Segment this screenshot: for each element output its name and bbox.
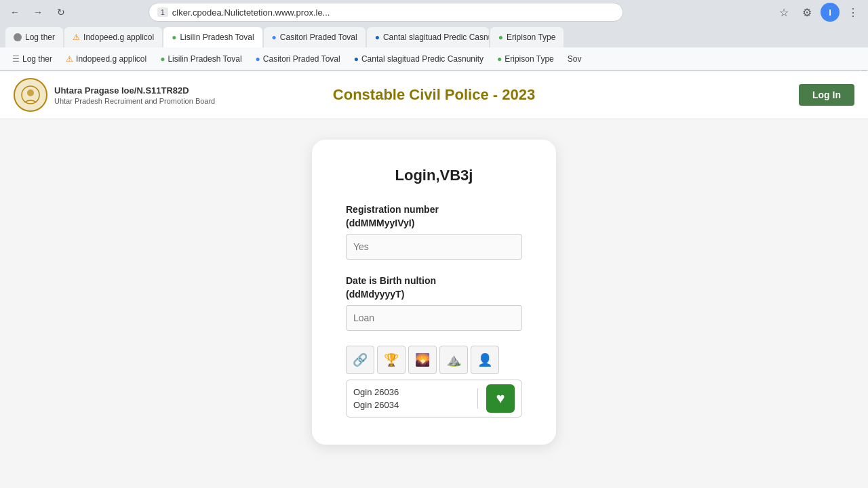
- address-bar[interactable]: 1 clker.cpodea.Nulictetetion.www.prox.le…: [149, 3, 623, 22]
- registration-number-group: Registration number (ddMMMyyIVyI): [346, 203, 522, 260]
- tab-favicon: ●: [375, 33, 380, 42]
- forward-button[interactable]: →: [28, 3, 47, 22]
- bookmarks-bar: ☰ Log ther ⚠ Indopeed.g applicol ● Lisil…: [0, 47, 868, 70]
- bookmark-indopeed[interactable]: ⚠ Indopeed.g applicol: [60, 52, 152, 66]
- captcha-images: 🔗 🏆 🌄 ⛰️ 👤: [346, 346, 522, 374]
- bookmark-lisilin[interactable]: ● Lisilin Pradesh Toval: [155, 52, 247, 66]
- org-name: Uhtara Pragase Ioe/N.S11TR82D: [54, 85, 215, 97]
- tab-cantal[interactable]: ● Cantal slagituad Predic Casnunity: [367, 27, 489, 47]
- tab-favicon: ●: [172, 33, 176, 42]
- reload-button[interactable]: ↻: [52, 3, 71, 22]
- logo-emblem: [20, 85, 41, 105]
- extensions-button[interactable]: ⚙: [797, 3, 816, 22]
- logo-section: Uhtara Pragase Ioe/N.S11TR82D Uhtar Prad…: [14, 78, 215, 112]
- bookmark-label: Cantal slagituad Predic Casnunity: [361, 54, 484, 64]
- captcha-img-4[interactable]: ⛰️: [439, 346, 468, 374]
- bookmark-log-ther[interactable]: ☰ Log ther: [7, 52, 58, 66]
- browser-tabs: Log ther ⚠ Indopeed.g applicol ● Lisilin…: [0, 24, 868, 47]
- dob-label: Date is Birth nultion (ddMdyyyyT): [346, 274, 522, 301]
- captcha-text: Ogin 26036 Ogin 26034: [353, 386, 469, 412]
- captcha-separator: [477, 388, 478, 409]
- login-card: Login,VB3j Registration number (ddMMMyyI…: [312, 140, 556, 445]
- browser-titlebar: ← → ↻ 1 clker.cpodea.Nulictetetion.www.p…: [0, 0, 868, 24]
- captcha-img-1[interactable]: 🔗: [346, 346, 374, 374]
- captcha-img-3[interactable]: 🌄: [408, 346, 437, 374]
- bookmark-casitori[interactable]: ● Casitori Praded Toval: [250, 52, 346, 66]
- tab-label: Casitori Praded Toval: [280, 33, 357, 42]
- star-button[interactable]: ☆: [774, 3, 793, 22]
- tab-favicon: ●: [272, 33, 277, 42]
- bookmark-label: Casitori Praded Toval: [263, 54, 340, 64]
- tab-label: Cantal slagituad Predic Casnunity: [383, 33, 489, 42]
- heart-icon: ♥: [496, 390, 505, 407]
- tab-label: Lisilin Pradesh Toval: [180, 33, 254, 42]
- tab-lisilin[interactable]: ● Lisilin Pradesh Toval: [163, 27, 262, 47]
- page-title: Constable Civil Police - 2023: [333, 86, 535, 104]
- main-content: Login,VB3j Registration number (ddMMMyyI…: [0, 119, 868, 465]
- bookmark-icon: ●: [354, 54, 359, 64]
- tab-favicon: ⚠: [73, 33, 80, 42]
- page-content: Uhtara Pragase Ioe/N.S11TR82D Uhtar Prad…: [0, 71, 868, 488]
- tab-casitori[interactable]: ● Casitori Praded Toval: [264, 27, 366, 47]
- org-subtitle: Uhtar Pradesh Recruiment and Promotion B…: [54, 97, 215, 105]
- bookmark-icon: ☰: [12, 54, 20, 64]
- tab-favicon: ●: [498, 33, 503, 42]
- tab-label: Eripison Type: [507, 33, 556, 42]
- bookmark-icon: ●: [256, 54, 260, 64]
- tab-label: Indopeed.g applicol: [83, 33, 154, 42]
- bookmark-label: Eripison Type: [505, 54, 554, 64]
- tab-number: 1: [157, 7, 168, 17]
- tab-favicon: [14, 33, 22, 41]
- tab-label: Log ther: [25, 33, 55, 42]
- org-info: Uhtara Pragase Ioe/N.S11TR82D Uhtar Prad…: [54, 85, 215, 105]
- profile-avatar[interactable]: I: [821, 3, 840, 22]
- tab-indopeed[interactable]: ⚠ Indopeed.g applicol: [64, 27, 162, 47]
- org-logo: [14, 78, 47, 112]
- tab-log-ther[interactable]: Log ther: [5, 27, 63, 47]
- bookmark-icon: ●: [160, 54, 165, 64]
- bookmark-label: Log ther: [22, 54, 52, 64]
- bookmark-label: Indopeed.g applicol: [76, 54, 146, 64]
- bookmark-label: Sov: [568, 54, 582, 64]
- browser-chrome: ← → ↻ 1 clker.cpodea.Nulictetetion.www.p…: [0, 0, 868, 71]
- back-button[interactable]: ←: [5, 3, 24, 22]
- captcha-section: 🔗 🏆 🌄 ⛰️ 👤 Ogin 26036 Ogin 26034 ♥: [346, 346, 522, 418]
- browser-icons-right: ☆ ⚙ I ⋮: [774, 3, 863, 22]
- bookmark-label: Lisilin Pradesh Toval: [167, 54, 241, 64]
- captcha-answer-box: Ogin 26036 Ogin 26034 ♥: [346, 380, 522, 418]
- svg-point-1: [27, 89, 34, 96]
- bookmark-icon: ●: [497, 54, 502, 64]
- dob-group: Date is Birth nultion (ddMdyyyyT): [346, 274, 522, 331]
- captcha-img-5[interactable]: 👤: [471, 346, 499, 374]
- login-header-button[interactable]: Log In: [799, 84, 854, 106]
- bookmark-sov[interactable]: Sov: [562, 52, 587, 66]
- registration-number-input[interactable]: [346, 234, 522, 260]
- more-button[interactable]: ⋮: [844, 3, 863, 22]
- site-header: Uhtara Pragase Ioe/N.S11TR82D Uhtar Prad…: [0, 71, 868, 119]
- bookmark-cantal[interactable]: ● Cantal slagituad Predic Casnunity: [349, 52, 489, 66]
- tab-eripison[interactable]: ● Eripison Type: [490, 27, 564, 47]
- address-text: clker.cpodea.Nulictetetion.www.prox.le..…: [172, 7, 330, 18]
- reg-number-label: Registration number (ddMMMyyIVyI): [346, 203, 522, 230]
- bookmark-icon: ⚠: [66, 54, 73, 64]
- captcha-img-2[interactable]: 🏆: [377, 346, 406, 374]
- dob-input[interactable]: [346, 305, 522, 331]
- bookmark-eripison[interactable]: ● Eripison Type: [492, 52, 559, 66]
- captcha-heart-button[interactable]: ♥: [486, 384, 515, 413]
- login-card-title: Login,VB3j: [346, 167, 522, 184]
